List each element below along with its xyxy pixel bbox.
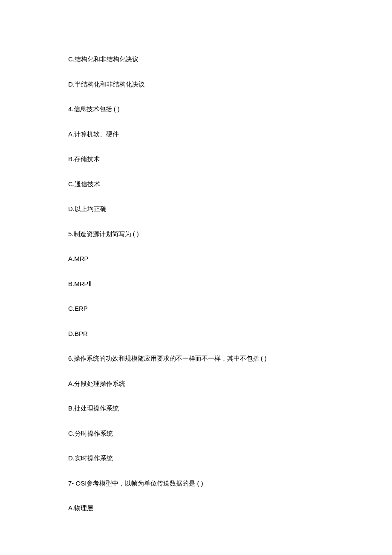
option-line: B.批处理操作系统 xyxy=(68,404,392,413)
option-line: B.MRPⅡ xyxy=(68,279,392,289)
option-line: C.ERP xyxy=(68,304,392,314)
option-line: A.物理层 xyxy=(68,503,392,513)
document-content: C.结构化和非结构化决议 D.半结构化和非结构化决议 4.信息技术包括 ( ) … xyxy=(68,55,392,513)
option-line: C.通信技术 xyxy=(68,179,392,189)
question-line: 6.操作系统的功效和规模随应用要求的不一样而不一样，其中不包括 ( ) xyxy=(68,354,392,364)
question-line: 5.制造资源计划简写为 ( ) xyxy=(68,229,392,239)
option-line: D.半结构化和非结构化决议 xyxy=(68,80,392,90)
option-line: C.分时操作系统 xyxy=(68,429,392,439)
option-line: D.以上均正确 xyxy=(68,204,392,214)
option-line: D.实时操作系统 xyxy=(68,454,392,463)
option-line: C.结构化和非结构化决议 xyxy=(68,55,392,64)
question-line: 7- OSI参考模型中，以帧为单位传送数据的是 ( ) xyxy=(68,479,392,489)
option-line: A.分段处理操作系统 xyxy=(68,379,392,389)
question-line: 4.信息技术包括 ( ) xyxy=(68,104,392,114)
option-line: A.计算机软、硬件 xyxy=(68,130,392,139)
option-line: A.MRP xyxy=(68,254,392,264)
option-line: B.存储技术 xyxy=(68,154,392,164)
option-line: D.BPR xyxy=(68,329,392,339)
